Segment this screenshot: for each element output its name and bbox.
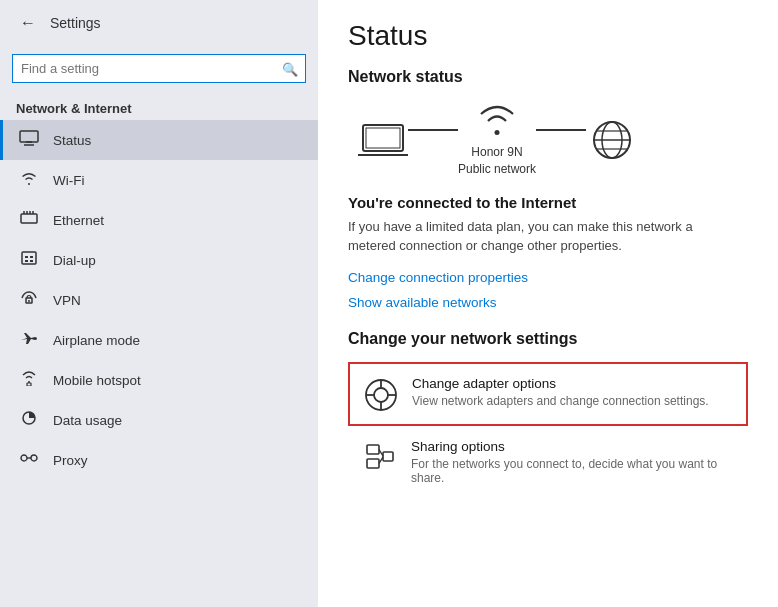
svg-point-14	[28, 300, 30, 302]
svg-rect-10	[30, 256, 33, 258]
wifi-diagram-svg	[472, 102, 522, 140]
svg-point-18	[31, 455, 37, 461]
datausage-icon	[19, 410, 39, 430]
change-network-settings-heading: Change your network settings	[348, 330, 748, 348]
hotspot-icon	[19, 370, 39, 390]
airplane-icon	[19, 330, 39, 350]
svg-rect-11	[25, 260, 28, 262]
svg-rect-34	[367, 445, 379, 454]
ethernet-icon	[19, 210, 39, 230]
sidebar-item-status-label: Status	[53, 133, 91, 148]
connected-desc: If you have a limited data plan, you can…	[348, 217, 728, 256]
sidebar-item-wifi[interactable]: Wi-Fi	[0, 160, 318, 200]
svg-rect-0	[20, 131, 38, 142]
net-line-1	[408, 129, 458, 131]
sharing-option[interactable]: Sharing options For the networks you con…	[348, 426, 748, 498]
svg-rect-36	[383, 452, 393, 461]
sharing-icon	[363, 441, 397, 475]
sidebar-item-ethernet[interactable]: Ethernet	[0, 200, 318, 240]
sidebar-item-airplane-label: Airplane mode	[53, 333, 140, 348]
globe-svg	[586, 119, 638, 161]
sidebar-item-dialup-label: Dial-up	[53, 253, 96, 268]
svg-rect-35	[367, 459, 379, 468]
adapter-title: Change adapter options	[412, 376, 709, 391]
main-content: Status Network status Honor 9N Public ne…	[318, 0, 778, 607]
adapter-icon	[364, 378, 398, 412]
sidebar: ← Settings 🔍 Network & Internet Status W…	[0, 0, 318, 607]
page-title: Status	[348, 20, 748, 52]
sidebar-item-proxy-label: Proxy	[53, 453, 88, 468]
net-line-2	[536, 129, 586, 131]
sidebar-title: Settings	[50, 15, 101, 31]
sidebar-header: ← Settings	[0, 0, 318, 46]
sharing-title: Sharing options	[411, 439, 733, 454]
search-input[interactable]	[12, 54, 306, 83]
sidebar-item-ethernet-label: Ethernet	[53, 213, 104, 228]
svg-rect-12	[30, 260, 33, 262]
wifi-icon	[19, 170, 39, 190]
sidebar-item-hotspot[interactable]: Mobile hotspot	[0, 360, 318, 400]
sidebar-item-datausage-label: Data usage	[53, 413, 122, 428]
svg-point-29	[374, 388, 388, 402]
svg-rect-3	[21, 214, 37, 223]
search-box: 🔍	[12, 54, 306, 83]
sidebar-item-vpn-label: VPN	[53, 293, 81, 308]
connected-title: You're connected to the Internet	[348, 194, 748, 211]
wifi-icon-group: Honor 9N Public network	[458, 102, 536, 178]
sidebar-item-hotspot-label: Mobile hotspot	[53, 373, 141, 388]
search-icon: 🔍	[282, 61, 298, 76]
vpn-icon	[19, 290, 39, 310]
sidebar-item-datausage[interactable]: Data usage	[0, 400, 318, 440]
proxy-icon	[19, 450, 39, 470]
sharing-desc: For the networks you connect to, decide …	[411, 457, 733, 485]
sidebar-item-wifi-label: Wi-Fi	[53, 173, 84, 188]
network-status-heading: Network status	[348, 68, 748, 86]
show-networks-button[interactable]: Show available networks	[348, 295, 497, 310]
laptop-icon-group	[358, 121, 408, 159]
back-button[interactable]: ←	[16, 10, 40, 36]
status-icon	[19, 130, 39, 150]
network-diagram: Honor 9N Public network	[348, 102, 748, 178]
change-adapter-option[interactable]: Change adapter options View network adap…	[348, 362, 748, 426]
section-label: Network & Internet	[0, 91, 318, 120]
svg-point-17	[21, 455, 27, 461]
laptop-svg	[358, 121, 408, 159]
sidebar-item-dialup[interactable]: Dial-up	[0, 240, 318, 280]
change-connection-button[interactable]: Change connection properties	[348, 270, 528, 285]
svg-rect-8	[22, 252, 36, 264]
svg-rect-15	[27, 383, 31, 386]
sidebar-item-status[interactable]: Status	[0, 120, 318, 160]
dialup-icon	[19, 250, 39, 270]
network-name-label: Honor 9N Public network	[458, 144, 536, 178]
globe-icon-group	[586, 119, 638, 161]
adapter-desc: View network adapters and change connect…	[412, 394, 709, 408]
svg-rect-9	[25, 256, 28, 258]
sidebar-item-proxy[interactable]: Proxy	[0, 440, 318, 480]
sidebar-item-airplane[interactable]: Airplane mode	[0, 320, 318, 360]
svg-rect-20	[363, 125, 403, 151]
svg-rect-21	[366, 128, 400, 148]
sidebar-item-vpn[interactable]: VPN	[0, 280, 318, 320]
